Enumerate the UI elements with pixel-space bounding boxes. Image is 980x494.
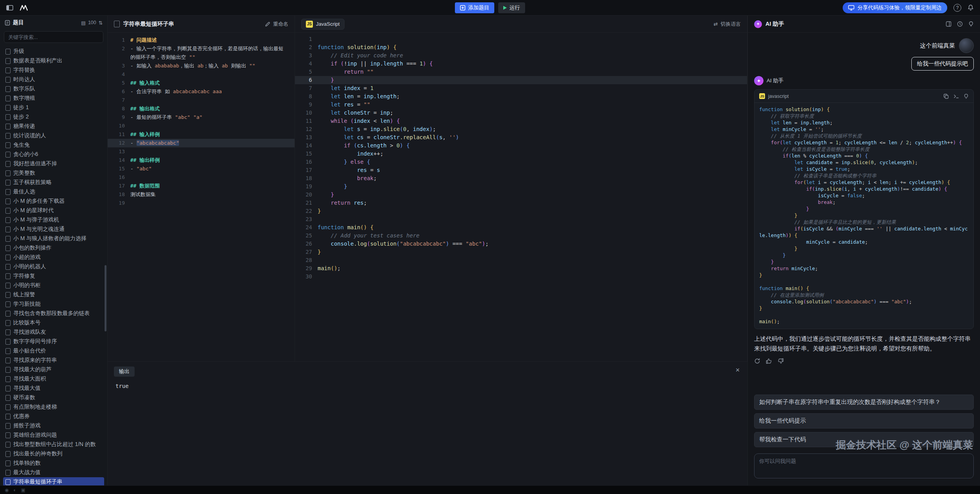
sidebar-item[interactable]: 小明的机器人 [3, 262, 104, 271]
suggested-question[interactable]: 帮我检查一下代码 [754, 432, 974, 447]
code-line[interactable]: 2function solution(inp) { [295, 43, 747, 51]
code-line[interactable]: 29main(); [295, 264, 747, 273]
sidebar-item[interactable]: 学习新技能 [3, 299, 104, 309]
sidebar-item[interactable]: 升级 [3, 47, 104, 56]
sidebar-item[interactable]: 字符替换 [3, 66, 104, 75]
lightbulb-icon[interactable] [964, 94, 969, 99]
code-line[interactable]: 15 index++; [295, 150, 747, 158]
sidebar-item[interactable]: 寻找最大的葫芦 [3, 365, 104, 374]
insert-code-icon[interactable] [953, 94, 959, 99]
sidebar-item[interactable]: 小 M 与光明之魂连通 [3, 225, 104, 234]
sidebar-item[interactable]: 数字乐队 [3, 84, 104, 94]
switch-language-button[interactable]: ⇄ 切换语言 [714, 21, 741, 28]
sidebar-item[interactable]: 小 M 与狼人拯救者的能力选择 [3, 234, 104, 243]
code-line[interactable]: 19 } [295, 182, 747, 191]
code-line[interactable]: 26 console.log(solution("abcabcabcabc") … [295, 240, 747, 248]
ai-code-body[interactable]: function solution(inp) { // 获取字符串长度 let … [755, 103, 973, 329]
sort-icon[interactable]: ⇅ [99, 20, 103, 26]
history-icon[interactable] [957, 21, 963, 27]
code-line[interactable]: 22} [295, 207, 747, 215]
sidebar-item[interactable]: 字符修复 [3, 271, 104, 281]
code-line[interactable]: 18 break; [295, 174, 747, 182]
code-line[interactable]: 8 let len = inp.length; [295, 92, 747, 101]
editor-code[interactable]: 12function solution(inp) {3 // Edit your… [295, 33, 747, 361]
code-line[interactable]: 20 } [295, 191, 747, 199]
sidebar-item[interactable]: 数字字母同号排序 [3, 337, 104, 346]
problem-markdown[interactable]: 1# 问题描述2- 输入一个字符串，判断其是否完全循环，若是循环的话，输出最短的… [108, 33, 295, 361]
sidebar-item[interactable]: 数字增殖 [3, 94, 104, 103]
code-line[interactable]: 6 } [295, 76, 747, 84]
sidebar-item[interactable]: 糖果传递 [3, 122, 104, 131]
sidebar-item[interactable]: 最小贴合代价 [3, 346, 104, 356]
sidebar-item[interactable]: 小包的数列操作 [3, 243, 104, 253]
sidebar-item[interactable]: 我好想逃但逃不掉 [3, 159, 104, 168]
sidebar-item[interactable]: 徒步 1 [3, 103, 104, 112]
status-icon[interactable]: ◉ [5, 488, 9, 492]
sidebar-item[interactable]: 比较版本号 [3, 318, 104, 328]
code-line[interactable]: 25 // Add your test cases here [295, 232, 747, 240]
search-input[interactable] [4, 31, 103, 43]
code-line[interactable]: 16 } else { [295, 158, 747, 166]
code-line[interactable]: 1 [295, 35, 747, 43]
code-line[interactable]: 10 let cloneStr = inp; [295, 109, 747, 117]
sidebar-item[interactable]: 找出整型数组中占比超过 1/N 的数 [3, 440, 104, 449]
language-tab[interactable]: JS JavaScript [301, 19, 344, 30]
code-line[interactable]: 5 return "" [295, 68, 747, 76]
sidebar-scrollbar[interactable] [105, 265, 107, 331]
code-line[interactable]: 30 [295, 273, 747, 281]
bell-icon[interactable] [968, 4, 974, 11]
ai-question-input[interactable] [754, 453, 974, 478]
code-line[interactable]: 21 return res; [295, 199, 747, 207]
code-line[interactable]: 13 let cs = cloneStr.replaceAll(s, '') [295, 133, 747, 142]
suggested-question[interactable]: 给我一些代码提示 [754, 413, 974, 428]
sidebar-item[interactable]: 小超的游戏 [3, 253, 104, 262]
panel-expand-icon[interactable] [946, 21, 952, 27]
sidebar-item[interactable]: 硬币凑数 [3, 393, 104, 402]
sidebar-item[interactable]: 完美整数 [3, 168, 104, 178]
sidebar-item[interactable]: 寻找原来的字符串 [3, 356, 104, 365]
code-line[interactable]: 17 res = s [295, 166, 747, 174]
status-icon[interactable]: ▣ [21, 488, 25, 492]
sidebar-item[interactable]: 寻找包含奇数那段数最多的链表 [3, 309, 104, 318]
code-line[interactable]: 14 if (cs.length > 0) { [295, 142, 747, 150]
sidebar-item[interactable]: 小 M 与弹子游戏机 [3, 215, 104, 225]
thumbs-up-icon[interactable] [766, 358, 772, 364]
code-line[interactable]: 24function main() { [295, 223, 747, 232]
code-line[interactable]: 11 while (index < len) { [295, 117, 747, 125]
close-icon[interactable]: × [735, 367, 740, 374]
code-line[interactable]: 28 [295, 256, 747, 264]
run-button[interactable]: 运行 [498, 2, 525, 13]
sidebar-item[interactable]: 小 M 的星球时代 [3, 206, 104, 215]
code-line[interactable]: 3 // Edit your code here [295, 51, 747, 60]
sidebar-item[interactable]: 五子棋获胜策略 [3, 178, 104, 187]
sidebar-item[interactable]: 优惠券 [3, 412, 104, 421]
sidebar-item[interactable]: 兔生兔 [3, 140, 104, 150]
code-line[interactable]: 27} [295, 248, 747, 256]
promo-banner[interactable]: 分享代码练习体验，领限量定制周边 [843, 2, 947, 13]
sidebar-item[interactable]: 有点限制地走楼梯 [3, 402, 104, 412]
add-problem-button[interactable]: 添加题目 [455, 2, 494, 13]
sidebar-item[interactable]: 寻找游戏队友 [3, 328, 104, 337]
thumbs-down-icon[interactable] [778, 358, 784, 364]
sidebar-item[interactable]: 时尚达人 [3, 75, 104, 84]
sidebar-item[interactable]: 寻找最大面积 [3, 374, 104, 384]
status-icon[interactable]: ◐ [13, 488, 16, 492]
sidebar-item[interactable]: 字符串最短循环子串 [3, 477, 104, 485]
output-tab[interactable]: 输出 [114, 367, 135, 377]
code-line[interactable]: 23 [295, 215, 747, 223]
sidebar-item[interactable]: 最佳人选 [3, 187, 104, 197]
sidebar-item[interactable]: 摇骰子游戏 [3, 421, 104, 430]
sidebar-item[interactable]: 英雄组合游戏问题 [3, 430, 104, 440]
code-line[interactable]: 7 let index = 1 [295, 84, 747, 92]
sidebar-item[interactable]: 徒步 2 [3, 112, 104, 122]
code-line[interactable]: 4 if (!inp || inp.length === 1) { [295, 60, 747, 68]
code-line[interactable]: 12 let s = inp.slice(0, index); [295, 125, 747, 133]
sidebar-toggle-icon[interactable] [6, 5, 13, 11]
sidebar-item[interactable]: 小明的书柜 [3, 281, 104, 290]
help-icon[interactable]: ? [953, 4, 961, 12]
sidebar-item[interactable]: 数据表是否顺利产出 [3, 56, 104, 66]
sidebar-item[interactable]: 最大战力值 [3, 468, 104, 477]
regenerate-icon[interactable] [754, 358, 760, 364]
sidebar-item[interactable]: 贪心的小6 [3, 150, 104, 159]
sidebar-item[interactable]: 小 M 的多任务下载器 [3, 197, 104, 206]
